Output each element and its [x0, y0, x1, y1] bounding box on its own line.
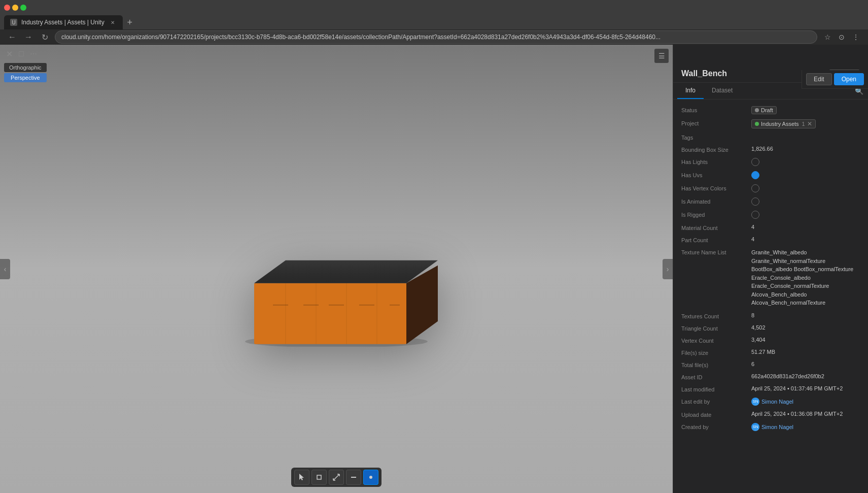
minus-btn[interactable]: [346, 470, 361, 485]
active-tab[interactable]: U Industry Assets | Assets | Unity ✕: [4, 15, 123, 29]
last-edit-by-label: Last edit by: [681, 398, 747, 405]
created-by-avatar: SN: [751, 423, 759, 431]
last-modified-label: Last modified: [681, 385, 747, 392]
move-tool-btn[interactable]: [311, 470, 327, 485]
has-vertex-colors-row: Has Vertex Colors: [673, 182, 868, 195]
tab-close-btn[interactable]: ✕: [109, 18, 117, 26]
edit-button[interactable]: Edit: [806, 73, 832, 85]
viewport-close-btn[interactable]: ✕: [4, 49, 14, 59]
is-rigged-icon: [751, 211, 759, 219]
cursor-tool-btn[interactable]: [294, 470, 309, 485]
has-vertex-colors-label: Has Vertex Colors: [681, 184, 747, 191]
texture-name-list-row: Texture Name List Granite_White_albedo G…: [673, 246, 868, 310]
total-files-value: 6: [751, 361, 860, 367]
viewport-prev-btn[interactable]: ‹: [0, 259, 10, 279]
address-bar-row: ← → ↻ ☆ ⊙ ⋮: [0, 29, 868, 45]
bounding-box-value: 1,826.66: [751, 146, 860, 152]
tab-dataset[interactable]: Dataset: [704, 83, 741, 99]
vertex-count-label: Vertex Count: [681, 337, 747, 344]
viewport-more-btn[interactable]: ···: [28, 49, 39, 59]
created-by-label: Created by: [681, 423, 747, 430]
is-rigged-label: Is Rigged: [681, 211, 747, 218]
browser-toolbar-icons: ☆ ⊙ ⋮: [821, 31, 862, 43]
viewport-settings-btn[interactable]: ☰: [654, 49, 669, 63]
tab-bar: U Industry Assets | Assets | Unity ✕ +: [0, 15, 868, 29]
part-count-label: Part Count: [681, 236, 747, 243]
bounding-box-label: Bounding Box Size: [681, 146, 747, 153]
total-files-row: Total file(s) 6: [673, 358, 868, 371]
part-count-value: 4: [751, 236, 860, 242]
address-input[interactable]: [55, 30, 817, 44]
tags-label: Tags: [681, 134, 747, 141]
browser-window-controls: [4, 5, 26, 11]
svg-rect-5: [254, 283, 406, 344]
perspective-view-btn[interactable]: Perspective: [4, 73, 47, 82]
viewport-fullscreen-btn[interactable]: □: [16, 49, 26, 59]
triangle-count-label: Triangle Count: [681, 324, 747, 332]
vertex-count-row: Vertex Count 3,404: [673, 334, 868, 346]
nav-forward-btn[interactable]: →: [22, 31, 34, 43]
has-vertex-colors-icon: [751, 184, 759, 192]
has-lights-row: Has Lights: [673, 155, 868, 169]
has-uvs-icon: [751, 171, 759, 179]
extensions-icon[interactable]: ⋮: [850, 31, 862, 43]
viewport-top-bar: ✕ □ ··· Orthographic Perspective ☰: [4, 49, 669, 82]
upload-date-label: Upload date: [681, 411, 747, 418]
bench-model: [225, 204, 448, 348]
svg-rect-24: [351, 477, 356, 478]
tab-favicon: U: [10, 19, 17, 26]
project-badge: Industry Assets 1 ✕: [751, 119, 816, 128]
has-lights-icon: [751, 158, 759, 166]
last-edit-avatar: SN: [751, 398, 759, 406]
status-label: Status: [681, 106, 747, 113]
browser-close-btn[interactable]: [4, 5, 10, 11]
project-count: 1: [802, 121, 805, 127]
browser-min-btn[interactable]: [12, 5, 18, 11]
tab-info[interactable]: Info: [677, 83, 704, 99]
has-uvs-label: Has Uvs: [681, 171, 747, 178]
created-by-name: Simon Nagel: [761, 424, 793, 430]
viewport-toolbar: [291, 468, 381, 487]
viewport[interactable]: ✕ □ ··· Orthographic Perspective ☰ ‹: [0, 45, 673, 493]
vertex-count-value: 3,404: [751, 337, 860, 343]
profile-icon[interactable]: ⊙: [836, 31, 848, 43]
asset-id-row: Asset ID 662a4028d831a27ded26f0b2: [673, 371, 868, 383]
has-uvs-row: Has Uvs: [673, 169, 868, 182]
material-count-row: Material Count 4: [673, 221, 868, 234]
part-count-row: Part Count 4: [673, 234, 868, 246]
svg-rect-18: [317, 475, 321, 479]
created-by-row: Created by SN Simon Nagel: [673, 420, 868, 434]
created-by-user: SN Simon Nagel: [751, 423, 793, 431]
browser-max-btn[interactable]: [20, 5, 26, 11]
upload-date-value: April 25, 2024 • 01:36:08 PM GMT+2: [751, 411, 860, 417]
texture-name-list-value: Granite_White_albedo Granite_White_norma…: [751, 248, 860, 307]
orthographic-view-btn[interactable]: Orthographic: [4, 63, 47, 72]
status-badge: Draft: [751, 106, 777, 114]
textures-count-value: 8: [751, 312, 860, 318]
material-count-label: Material Count: [681, 224, 747, 231]
nav-reload-btn[interactable]: ↻: [39, 31, 51, 43]
new-tab-btn[interactable]: +: [123, 15, 137, 29]
browser-chrome: U Industry Assets | Assets | Unity ✕ + ←…: [0, 0, 868, 45]
project-value: Industry Assets 1 ✕: [751, 119, 816, 128]
last-edit-by-row: Last edit by SN Simon Nagel: [673, 395, 868, 408]
settings-tool-btn[interactable]: [363, 470, 378, 485]
material-count-value: 4: [751, 224, 860, 230]
texture-name-list-label: Texture Name List: [681, 248, 747, 255]
project-x-icon[interactable]: ✕: [807, 120, 812, 127]
asset-id-label: Asset ID: [681, 373, 747, 380]
panel-content: Status Draft Project Industry Assets 1: [673, 100, 868, 493]
bookmark-icon[interactable]: ☆: [821, 31, 834, 43]
viewport-next-btn[interactable]: ›: [663, 259, 673, 279]
last-modified-value: April 25, 2024 • 01:37:46 PM GMT+2: [751, 385, 860, 391]
nav-back-btn[interactable]: ←: [6, 31, 18, 43]
tab-title: Industry Assets | Assets | Unity: [21, 19, 105, 26]
last-modified-row: Last modified April 25, 2024 • 01:37:46 …: [673, 383, 868, 395]
asset-id-value: 662a4028d831a27ded26f0b2: [751, 373, 860, 379]
open-button[interactable]: Open: [834, 73, 864, 85]
triangle-count-row: Triangle Count 4,502: [673, 322, 868, 334]
last-edit-by-user: SN Simon Nagel: [751, 398, 793, 406]
file-size-row: File(s) size 51.27 MB: [673, 346, 868, 358]
textures-count-row: Textures Count 8: [673, 310, 868, 322]
scale-tool-btn[interactable]: [329, 470, 344, 485]
